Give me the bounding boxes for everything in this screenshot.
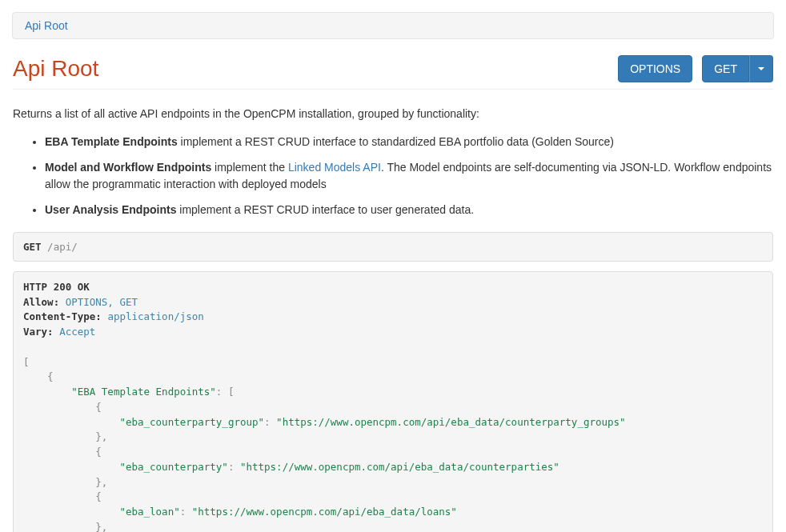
bullet-text: implement a REST CRUD interface to stand… xyxy=(178,135,614,148)
response-header-key: Content-Type: xyxy=(23,310,102,322)
request-path: /api/ xyxy=(47,241,78,253)
request-line: GET /api/ xyxy=(13,232,773,262)
response-header-value: Accept xyxy=(59,326,95,338)
response-body: HTTP 200 OKAllow: OPTIONS, GETContent-Ty… xyxy=(13,271,773,532)
chevron-down-icon xyxy=(758,67,764,70)
bullet-item: User Analysis Endpoints implement a REST… xyxy=(45,202,773,219)
response-header-value: OPTIONS, GET xyxy=(66,296,138,308)
get-dropdown-toggle[interactable] xyxy=(749,55,773,82)
page-title: Api Root xyxy=(13,56,98,82)
get-button[interactable]: GET xyxy=(702,55,749,82)
get-button-group: GET xyxy=(702,55,773,82)
description-bullets: EBA Template Endpoints implement a REST … xyxy=(13,134,773,219)
response-header-key: Allow: xyxy=(23,296,59,308)
response-status: HTTP 200 OK xyxy=(23,280,763,295)
json-group-key: "EBA Template Endpoints" xyxy=(71,386,216,398)
options-button[interactable]: OPTIONS xyxy=(618,55,692,82)
request-method: GET xyxy=(23,241,42,253)
page-header: Api Root OPTIONS GET xyxy=(13,55,773,90)
breadcrumb: Api Root xyxy=(12,12,774,39)
breadcrumb-link-api-root[interactable]: Api Root xyxy=(25,19,68,32)
bullet-item: Model and Workflow Endpoints implement t… xyxy=(45,159,773,194)
response-header-key: Vary: xyxy=(23,326,54,338)
bullet-title: EBA Template Endpoints xyxy=(45,135,178,148)
bullet-title: Model and Workflow Endpoints xyxy=(45,161,211,174)
response-header-value: application/json xyxy=(107,310,203,322)
bullet-text-before: implement the xyxy=(211,161,288,174)
bullet-text: implement a REST CRUD interface to user … xyxy=(176,203,474,216)
actions-group: OPTIONS GET xyxy=(618,55,773,82)
description-text: Returns a list of all active API endpoin… xyxy=(13,106,773,122)
bullet-title: User Analysis Endpoints xyxy=(45,203,176,216)
linked-models-api-link[interactable]: Linked Models API xyxy=(288,161,381,174)
bullet-item: EBA Template Endpoints implement a REST … xyxy=(45,134,773,151)
